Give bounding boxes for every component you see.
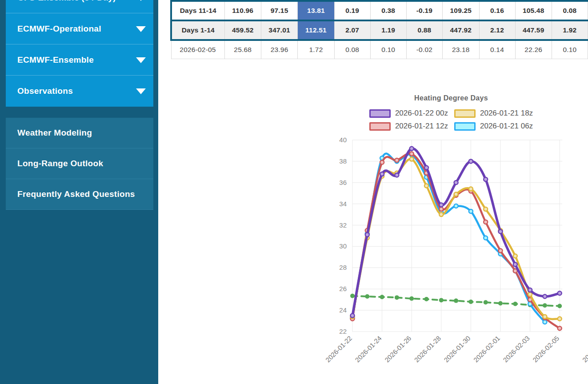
sidebar-item-frequently-asked-questions[interactable]: Frequently Asked Questions bbox=[6, 179, 153, 210]
data-point bbox=[469, 209, 473, 213]
data-point bbox=[410, 147, 414, 151]
data-point bbox=[543, 320, 547, 324]
data-point bbox=[439, 207, 443, 211]
table-cell: -0.02 bbox=[406, 40, 442, 59]
legend-item[interactable]: 2026-01-21 12z bbox=[369, 122, 448, 131]
legend-label: 2026-01-22 00z bbox=[395, 109, 448, 118]
chevron-down-icon bbox=[136, 88, 146, 94]
legend-label: 2026-01-21 06z bbox=[480, 122, 533, 131]
table-cell: 97.15 bbox=[261, 1, 297, 20]
data-point bbox=[513, 302, 517, 306]
data-point bbox=[469, 159, 473, 163]
table-cell: 109.25 bbox=[443, 1, 479, 20]
svg-text:2026-02-01: 2026-02-01 bbox=[472, 334, 501, 364]
svg-text:2026-01-30: 2026-01-30 bbox=[442, 334, 472, 364]
table-row: Days 11-14110.9697.1513.810.190.38-0.191… bbox=[171, 1, 588, 20]
table-cell: 23.18 bbox=[443, 40, 479, 59]
legend-swatch bbox=[369, 122, 391, 131]
legend-label: 2026-01-21 12z bbox=[395, 122, 448, 131]
data-point bbox=[484, 220, 488, 224]
table-row: Days 1-14459.52347.01112.512.071.190.884… bbox=[171, 20, 588, 40]
sidebar-item-label: ECMWF-Ensemble bbox=[6, 55, 94, 65]
svg-text:30: 30 bbox=[339, 242, 347, 250]
data-point bbox=[395, 173, 399, 177]
sidebar-item-long-range-outlook[interactable]: Long-Range Outlook bbox=[6, 148, 153, 179]
table-cell: 1.92 bbox=[552, 20, 588, 40]
row-label: Days 11-14 bbox=[171, 1, 224, 20]
data-point bbox=[543, 315, 547, 319]
chevron-down-icon bbox=[136, 0, 146, 1]
sidebar-item-ecmwf-ensemble[interactable]: ECMWF-Ensemble bbox=[6, 44, 153, 76]
legend-swatch bbox=[454, 109, 476, 118]
table-cell: 0.08 bbox=[552, 1, 588, 20]
data-point bbox=[484, 207, 488, 211]
svg-text:22: 22 bbox=[339, 328, 347, 335]
legend-item[interactable]: 2026-01-21 18z bbox=[454, 109, 533, 118]
table-cell: 2.12 bbox=[479, 20, 515, 40]
svg-text:38: 38 bbox=[339, 157, 347, 165]
svg-text:2026-01-22: 2026-01-22 bbox=[581, 334, 588, 364]
table-cell: 0.19 bbox=[334, 1, 370, 20]
forecast-table-body: Days 11-14110.9697.1513.810.190.38-0.191… bbox=[171, 1, 588, 59]
svg-text:2026-01-22: 2026-01-22 bbox=[324, 334, 353, 364]
legend-item[interactable]: 2026-01-22 00z bbox=[369, 109, 448, 118]
sidebar-item-observations[interactable]: Observations bbox=[6, 76, 153, 107]
data-point bbox=[469, 187, 473, 191]
table-cell: 0.14 bbox=[479, 40, 515, 59]
svg-text:2026-01-28: 2026-01-28 bbox=[413, 334, 442, 364]
data-point bbox=[454, 204, 458, 208]
sidebar-item-gfs-ensemble-34-day[interactable]: GFS-Ensemble (34-Day) bbox=[6, 0, 153, 13]
data-point bbox=[484, 236, 488, 240]
sidebar-item-label: Long-Range Outlook bbox=[6, 159, 103, 168]
svg-text:2026-01-24: 2026-01-24 bbox=[353, 334, 383, 364]
sidebar-item-label: ECMWF-Operational bbox=[6, 24, 101, 34]
table-cell: 0.88 bbox=[406, 20, 442, 40]
cooling-degree-days-chart: Cooling Degree Days 2026-01-22 00z2026-0… bbox=[585, 87, 588, 371]
data-point bbox=[558, 326, 562, 330]
data-point bbox=[528, 288, 532, 292]
data-point bbox=[543, 303, 547, 308]
sidebar-accordion: GFS-Ensemble (34-Day)ECMWF-OperationalEC… bbox=[6, 0, 153, 107]
data-point bbox=[558, 291, 562, 295]
data-point bbox=[557, 304, 562, 308]
sidebar-item-label: Observations bbox=[6, 86, 73, 96]
svg-text:32: 32 bbox=[339, 221, 347, 229]
sidebar: GFS-Ensemble (34-Day)ECMWF-OperationalEC… bbox=[0, 0, 158, 384]
svg-text:2026-02-05: 2026-02-05 bbox=[531, 334, 560, 364]
data-point bbox=[395, 158, 399, 162]
table-cell: 347.01 bbox=[261, 20, 297, 40]
data-point bbox=[468, 300, 473, 304]
table-cell: 0.38 bbox=[370, 1, 406, 20]
data-point bbox=[380, 160, 384, 164]
legend-label: 2026-01-21 18z bbox=[480, 109, 533, 118]
sidebar-item-ecmwf-operational[interactable]: ECMWF-Operational bbox=[6, 13, 153, 44]
table-cell: 2.07 bbox=[334, 20, 370, 40]
legend-item[interactable]: 2026-01-21 06z bbox=[454, 122, 533, 131]
table-cell: -0.19 bbox=[406, 1, 442, 20]
table-cell: 110.96 bbox=[224, 1, 261, 20]
chart-title: Cooling Degree Days bbox=[585, 87, 588, 103]
data-point bbox=[395, 295, 399, 300]
svg-text:34: 34 bbox=[339, 200, 347, 208]
data-point bbox=[439, 298, 444, 302]
data-point bbox=[380, 172, 384, 176]
data-point bbox=[424, 297, 429, 301]
table-cell: 1.72 bbox=[298, 40, 334, 59]
data-point bbox=[454, 299, 458, 303]
row-label: 2026-02-05 bbox=[171, 40, 224, 59]
charts-row: Heating Degree Days 2026-01-22 00z2026-0… bbox=[328, 87, 588, 371]
chart-legend: 2026-01-22 00z2026-01-21 18z2026-01-21 1… bbox=[585, 109, 588, 131]
data-point bbox=[484, 177, 488, 181]
data-point bbox=[513, 263, 517, 267]
data-point bbox=[410, 157, 414, 161]
table-cell: 0.16 bbox=[479, 1, 515, 20]
data-point bbox=[484, 300, 488, 304]
sidebar-item-weather-modeling[interactable]: Weather Modeling bbox=[6, 118, 153, 148]
sidebar-item-label: Frequently Asked Questions bbox=[6, 189, 135, 199]
svg-text:24: 24 bbox=[339, 306, 347, 314]
row-label: Days 1-14 bbox=[171, 20, 224, 40]
chart-legend: 2026-01-22 00z2026-01-21 18z2026-01-21 1… bbox=[328, 109, 574, 131]
data-point bbox=[498, 301, 503, 306]
table-cell: 23.96 bbox=[261, 40, 297, 59]
heating-chart-canvas: 403836343230282624222026-01-222026-01-24… bbox=[328, 131, 582, 371]
